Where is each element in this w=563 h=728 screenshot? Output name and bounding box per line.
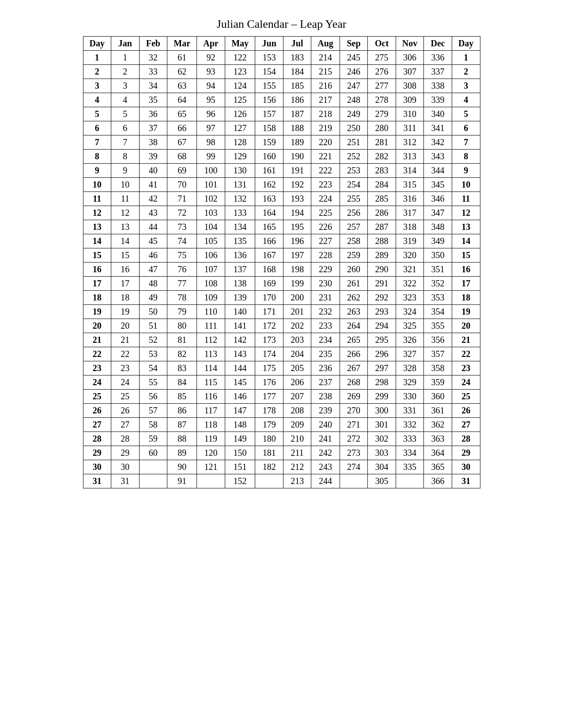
month-value: 17 — [111, 277, 140, 291]
month-value: 319 — [396, 234, 424, 248]
month-value — [139, 460, 167, 474]
day-label-end: 12 — [452, 206, 480, 220]
month-value: 227 — [311, 234, 340, 248]
day-label: 26 — [83, 404, 111, 418]
day-label: 29 — [83, 446, 111, 460]
month-value: 241 — [311, 432, 340, 446]
month-value: 143 — [225, 347, 255, 361]
month-value — [197, 474, 225, 488]
month-value: 295 — [368, 333, 396, 347]
table-row: 1818497810913917020023126229232335318 — [83, 291, 480, 305]
month-value: 78 — [167, 291, 197, 305]
month-value: 5 — [111, 107, 140, 121]
month-value: 298 — [368, 375, 396, 390]
month-value: 366 — [424, 474, 452, 488]
month-value: 45 — [139, 234, 167, 248]
month-value: 84 — [167, 375, 197, 390]
month-value: 279 — [368, 107, 396, 121]
month-value: 13 — [111, 220, 140, 234]
month-value: 130 — [225, 164, 255, 178]
table-row: 1212437210313316419422525628631734712 — [83, 206, 480, 220]
month-value: 270 — [340, 404, 368, 418]
day-label: 7 — [83, 135, 111, 150]
month-value: 21 — [111, 333, 140, 347]
month-value: 127 — [225, 121, 255, 135]
month-value: 191 — [283, 164, 311, 178]
table-row: 2323548311414417520523626729732835823 — [83, 361, 480, 375]
month-value: 136 — [225, 248, 255, 263]
month-value: 27 — [111, 418, 140, 432]
month-value: 302 — [368, 432, 396, 446]
month-value: 9 — [111, 164, 140, 178]
month-value: 120 — [197, 446, 225, 460]
month-value: 309 — [396, 93, 424, 107]
month-value: 61 — [167, 51, 197, 65]
month-value: 90 — [167, 460, 197, 474]
day-label-end: 22 — [452, 347, 480, 361]
month-value: 280 — [368, 121, 396, 135]
month-value: 177 — [255, 390, 283, 404]
month-value: 139 — [225, 291, 255, 305]
month-value: 35 — [139, 93, 167, 107]
month-value: 286 — [368, 206, 396, 220]
month-value — [396, 474, 424, 488]
day-label: 17 — [83, 277, 111, 291]
day-label: 11 — [83, 192, 111, 206]
month-value: 165 — [255, 220, 283, 234]
month-value: 325 — [396, 319, 424, 333]
month-value: 55 — [139, 375, 167, 390]
month-value: 89 — [167, 446, 197, 460]
month-value: 218 — [311, 107, 340, 121]
month-value — [340, 474, 368, 488]
month-value: 155 — [255, 79, 283, 93]
month-value: 34 — [139, 79, 167, 93]
month-value: 182 — [255, 460, 283, 474]
month-value: 60 — [139, 446, 167, 460]
day-label: 4 — [83, 93, 111, 107]
month-value: 290 — [368, 263, 396, 277]
day-label: 9 — [83, 164, 111, 178]
table-row: 1616477610713716819822926029032135116 — [83, 263, 480, 277]
month-value: 296 — [368, 347, 396, 361]
month-value: 8 — [111, 150, 140, 164]
month-value: 25 — [111, 390, 140, 404]
month-value: 66 — [167, 121, 197, 135]
month-value: 281 — [368, 135, 396, 150]
month-value: 340 — [424, 107, 452, 121]
column-header-jul: Jul — [283, 37, 311, 51]
month-value: 312 — [396, 135, 424, 150]
month-value: 111 — [197, 319, 225, 333]
month-value: 324 — [396, 305, 424, 319]
month-value: 172 — [255, 319, 283, 333]
month-value: 114 — [197, 361, 225, 375]
month-value: 79 — [167, 305, 197, 319]
day-label: 3 — [83, 79, 111, 93]
table-row: 883968991291601902212522823133438 — [83, 150, 480, 164]
month-value: 355 — [424, 319, 452, 333]
month-value: 12 — [111, 206, 140, 220]
day-label-end: 26 — [452, 404, 480, 418]
month-value: 95 — [197, 93, 225, 107]
day-label-end: 23 — [452, 361, 480, 375]
column-header-nov: Nov — [396, 37, 424, 51]
month-value: 123 — [225, 65, 255, 79]
table-row: 443564951251561862172482783093394 — [83, 93, 480, 107]
day-label-end: 19 — [452, 305, 480, 319]
day-label-end: 9 — [452, 164, 480, 178]
day-label-end: 8 — [452, 150, 480, 164]
month-value: 39 — [139, 150, 167, 164]
month-value: 317 — [396, 206, 424, 220]
month-value: 352 — [424, 277, 452, 291]
month-value: 20 — [111, 319, 140, 333]
month-value: 37 — [139, 121, 167, 135]
month-value: 282 — [368, 150, 396, 164]
table-row: 333463941241551852162472773083383 — [83, 79, 480, 93]
month-value — [255, 474, 283, 488]
month-value: 176 — [255, 375, 283, 390]
month-value: 146 — [225, 390, 255, 404]
table-row: 2727588711814817920924027130133236227 — [83, 418, 480, 432]
month-value: 140 — [225, 305, 255, 319]
month-value: 345 — [424, 178, 452, 192]
day-label: 28 — [83, 432, 111, 446]
header-row: DayJanFebMarAprMayJunJulAugSepOctNovDecD… — [83, 37, 480, 51]
